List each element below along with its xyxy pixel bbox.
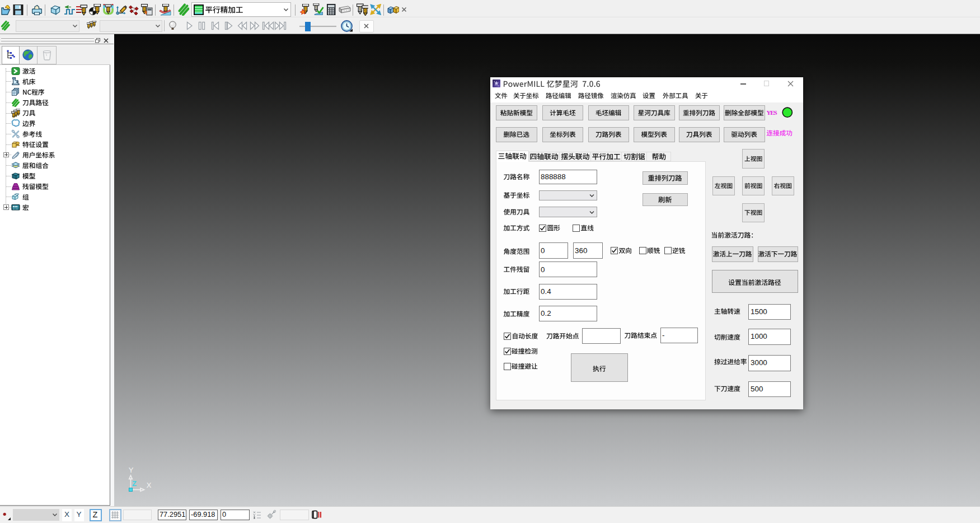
svg-text:X: X bbox=[147, 481, 152, 489]
svg-text:Y: Y bbox=[129, 466, 134, 474]
svg-text:Z: Z bbox=[132, 479, 137, 488]
